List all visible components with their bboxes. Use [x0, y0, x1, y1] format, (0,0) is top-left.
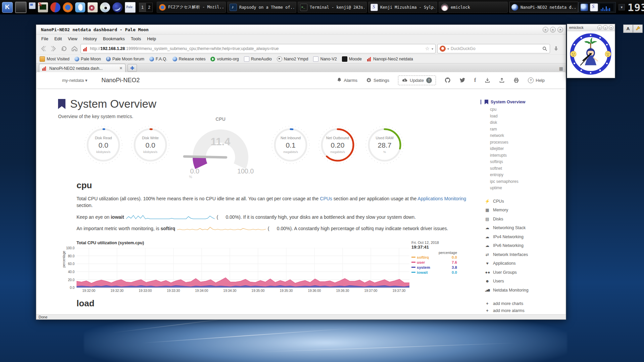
help-button[interactable]: ? Help: [528, 77, 545, 83]
applications-monitoring-link[interactable]: Applications Monitoring: [417, 196, 466, 201]
menu-item[interactable]: Help: [144, 36, 159, 42]
sidebar-add-item[interactable]: + add more charts: [485, 300, 565, 307]
bookmark-star-icon[interactable]: ☆: [425, 46, 430, 52]
sidebar-section-item[interactable]: Memory: [485, 206, 565, 215]
sidebar-subitem[interactable]: ipc semaphores: [490, 179, 565, 186]
legend-row[interactable]: softirq 0.0: [411, 255, 457, 260]
sidebar-section-item[interactable]: IPv6 Networking: [485, 241, 565, 250]
url-text[interactable]: http://192.168.1.28:19999/#menu_system_s…: [90, 46, 423, 51]
sylpheed-tray-icon[interactable]: [590, 3, 598, 11]
twitter-icon[interactable]: [459, 77, 465, 83]
workspace-button[interactable]: 1: [139, 3, 146, 12]
menu-item[interactable]: Bookmarks: [100, 36, 128, 42]
ime-tools-button[interactable]: [633, 24, 643, 33]
emiclock-titlebar[interactable]: emiclock ∨ ∧ ✕: [567, 24, 615, 31]
close-button[interactable]: [557, 27, 563, 33]
palemoon-tray-icon[interactable]: [581, 4, 588, 11]
search-icon[interactable]: [542, 46, 548, 52]
tab-close-icon[interactable]: ✕: [119, 66, 122, 70]
bookmark-item[interactable]: Release notes: [172, 57, 206, 61]
window-titlebar[interactable]: NanoPi-NEO2 netdata dashboard - Pale Moo…: [36, 25, 566, 35]
sidebar-subitem[interactable]: processes: [490, 140, 565, 147]
upload-icon[interactable]: [499, 77, 505, 83]
update-button[interactable]: Update !: [398, 75, 436, 85]
taskbar-window-button[interactable]: Terminal - kenji@ 2A3s...: [298, 2, 367, 13]
bookmark-item[interactable]: Nano2 Ympd: [277, 56, 308, 62]
close-button[interactable]: ✕: [609, 25, 613, 30]
legend-row[interactable]: user 7.6: [411, 260, 457, 265]
bookmark-item[interactable]: F.A.Q.: [149, 57, 167, 61]
new-tab-button[interactable]: ✚: [128, 64, 137, 72]
krdc-icon[interactable]: [50, 2, 60, 12]
bookmark-item[interactable]: Pale Moon: [75, 57, 101, 61]
url-bar[interactable]: http://192.168.1.28:19999/#menu_system_s…: [81, 44, 436, 53]
network-monitor-applet[interactable]: [600, 4, 613, 11]
forward-icon[interactable]: [49, 44, 58, 53]
minimize-button[interactable]: ∨: [597, 25, 602, 30]
bookmark-item[interactable]: Nanopi-Neo2 netdata: [367, 57, 413, 61]
kscd-icon[interactable]: [100, 2, 110, 12]
amarok-icon[interactable]: [75, 2, 85, 12]
legend-row[interactable]: system 3.8: [411, 265, 457, 270]
sidebar-subitem[interactable]: idlejitter: [490, 146, 565, 153]
print-icon[interactable]: [513, 77, 519, 83]
sidebar-subitem[interactable]: load: [490, 114, 565, 120]
tab-netdata[interactable]: NanoPi-NEO2 netdata dash... ✕: [39, 64, 126, 72]
kde-menu-icon[interactable]: [2, 2, 13, 13]
duckduckgo-icon[interactable]: [440, 46, 446, 52]
gauge-chart[interactable]: Net Outbound 0.20 megabits/s: [318, 125, 357, 166]
sidebar-section-item[interactable]: CPUs: [485, 197, 565, 206]
menu-item[interactable]: File: [38, 36, 51, 42]
taskbar-window-button[interactable]: NanoPi-NEO2 netdata d...: [509, 2, 578, 13]
sidebar-subitem[interactable]: network: [490, 133, 565, 140]
all-tabs-icon[interactable]: ▦: [559, 66, 563, 71]
back-icon[interactable]: [39, 44, 48, 53]
host-dropdown[interactable]: my-netdata ▾: [62, 78, 87, 83]
alarms-button[interactable]: Alarms: [337, 77, 357, 83]
sidebar-subitem[interactable]: uptime: [490, 186, 565, 192]
sidebar-section-item[interactable]: Applications: [485, 259, 565, 268]
gauge-chart[interactable]: Net Inbound 0.1 megabits/s: [271, 125, 310, 166]
maximize-button[interactable]: [550, 27, 556, 33]
sidebar-section-item[interactable]: Network Interfaces: [485, 250, 565, 259]
reload-icon[interactable]: [60, 44, 68, 53]
display-settings-icon[interactable]: [15, 2, 27, 13]
download-icon[interactable]: [485, 77, 490, 83]
sidebar-section-item[interactable]: User Groups: [485, 268, 565, 277]
seamonkey-icon[interactable]: [112, 2, 122, 12]
bookmark-item[interactable]: Most Visited: [40, 56, 69, 62]
sidebar-item-system-overview[interactable]: System Overview: [481, 100, 565, 104]
input-mode-button[interactable]: A: [623, 24, 633, 33]
digital-clock[interactable]: 193741: [628, 1, 644, 13]
bookmark-item[interactable]: Nano-V2: [313, 56, 337, 62]
cpu-gauge-chart[interactable]: CPU 11.40.0100.0%: [182, 116, 259, 180]
sidebar-subitem[interactable]: entropy: [490, 172, 565, 179]
maximize-button[interactable]: ∧: [603, 25, 608, 30]
settings-button[interactable]: Settings: [366, 77, 389, 83]
legend-row[interactable]: iowait 0.0: [411, 270, 457, 275]
downloads-icon[interactable]: [552, 44, 560, 53]
taskbar-window-button[interactable]: FC2アクセス解析 - Mozil...: [157, 2, 226, 13]
minimize-button[interactable]: [543, 27, 548, 33]
sidebar-subitem[interactable]: softnet: [490, 166, 565, 173]
search-engine-dropdown-icon[interactable]: ▾: [447, 47, 449, 51]
sidebar-subitem[interactable]: softirqs: [490, 159, 565, 166]
audio-cd-icon[interactable]: [88, 2, 98, 12]
taskbar-window-button[interactable]: emiclock: [439, 2, 508, 13]
emiclock-clock-face[interactable]: [567, 31, 614, 77]
bookmark-item[interactable]: RuneAudio: [244, 56, 272, 62]
gauge-chart[interactable]: Disk Read 0.0 kilobytes/s: [84, 125, 123, 166]
show-desktop-icon[interactable]: [29, 2, 36, 9]
facebook-icon[interactable]: f: [474, 77, 476, 83]
sidebar-add-item[interactable]: + add more alarms: [485, 307, 565, 314]
sidebar-subitem[interactable]: disk: [490, 120, 565, 127]
taskbar-window-button[interactable]: Kenji Mizushima - Sylp...: [368, 2, 437, 13]
gauge-chart[interactable]: Used RAM 28.7 %: [365, 125, 404, 166]
menu-item[interactable]: Edit: [51, 36, 65, 42]
workspace-button[interactable]: 2: [146, 3, 152, 12]
bookmark-item[interactable]: Pale Moon forum: [106, 57, 144, 61]
hostname[interactable]: NanoPi-NEO2: [101, 77, 140, 84]
sidebar-section-item[interactable]: IPv4 Networking: [485, 232, 565, 242]
palemoon-text-icon[interactable]: [125, 2, 136, 13]
sidebar-section-item[interactable]: Netdata Monitoring: [485, 286, 565, 295]
